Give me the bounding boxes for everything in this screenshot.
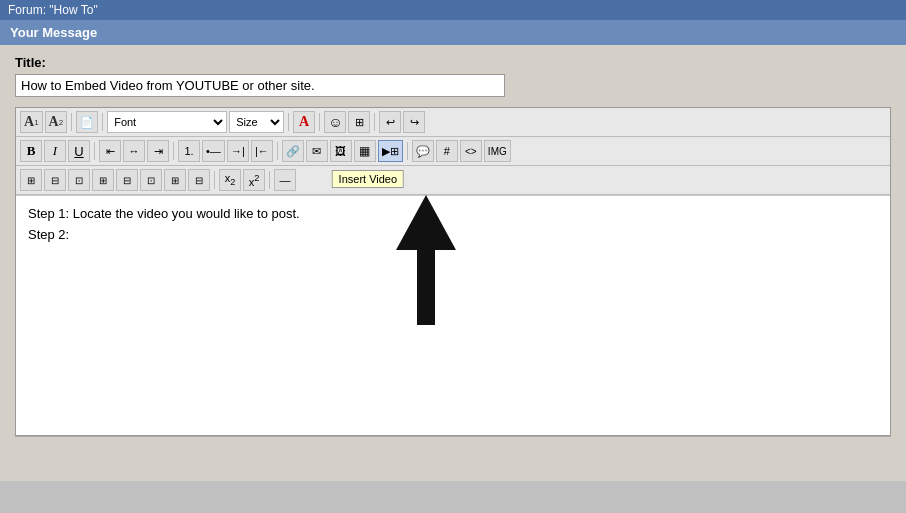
editor-container: A 1 A 2 📄 Font Arial Times New Roman Cou… bbox=[15, 107, 891, 436]
redo-btn[interactable]: ↪ bbox=[403, 111, 425, 133]
size-dropdown[interactable]: Size 8 10 12 14 16 18 bbox=[229, 111, 284, 133]
r3-btn6[interactable]: ⊡ bbox=[140, 169, 162, 191]
sep-2 bbox=[102, 113, 103, 131]
smiley-btn[interactable]: ☺ bbox=[324, 111, 346, 133]
unordered-list-btn[interactable]: •— bbox=[202, 140, 225, 162]
img3-btn[interactable]: IMG bbox=[484, 140, 511, 162]
align-center-btn[interactable]: ↔ bbox=[123, 140, 145, 162]
image-insert-btn[interactable]: 📄 bbox=[76, 111, 98, 133]
r3-btn5[interactable]: ⊟ bbox=[116, 169, 138, 191]
toolbar-row-1: A 1 A 2 📄 Font Arial Times New Roman Cou… bbox=[16, 108, 890, 137]
hash-btn[interactable]: # bbox=[436, 140, 458, 162]
email-btn[interactable]: ✉ bbox=[306, 140, 328, 162]
forum-bar: Forum: "How To" bbox=[0, 0, 906, 20]
forum-bar-text: Forum: "How To" bbox=[8, 3, 98, 17]
sep-7 bbox=[173, 142, 174, 160]
editor-content[interactable]: Step 1: Locate the video you would like … bbox=[16, 195, 890, 435]
r3-btn4[interactable]: ⊞ bbox=[92, 169, 114, 191]
sep-3 bbox=[288, 113, 289, 131]
sep-4 bbox=[319, 113, 320, 131]
editor-line-2: Step 2: bbox=[28, 227, 878, 242]
table-btn[interactable]: ▦ bbox=[354, 140, 376, 162]
r3-btn7[interactable]: ⊞ bbox=[164, 169, 186, 191]
sep-10 bbox=[214, 171, 215, 189]
underline-btn[interactable]: U bbox=[68, 140, 90, 162]
bold-btn[interactable]: B bbox=[20, 140, 42, 162]
insert-special-btn[interactable]: ⊞ bbox=[348, 111, 370, 133]
font-dropdown[interactable]: Font Arial Times New Roman Courier Verda… bbox=[107, 111, 227, 133]
clear-btn[interactable]: — bbox=[274, 169, 296, 191]
sep-5 bbox=[374, 113, 375, 131]
your-message-header: Your Message bbox=[0, 20, 906, 45]
r3-btn3[interactable]: ⊡ bbox=[68, 169, 90, 191]
editor-line-1: Step 1: Locate the video you would like … bbox=[28, 206, 878, 221]
code-btn[interactable]: <> bbox=[460, 140, 482, 162]
r3-btn1[interactable]: ⊞ bbox=[20, 169, 42, 191]
italic-btn[interactable]: I bbox=[44, 140, 66, 162]
format-a-btn[interactable]: A 1 bbox=[20, 111, 43, 133]
r3-btn2[interactable]: ⊟ bbox=[44, 169, 66, 191]
align-right-btn[interactable]: ⇥ bbox=[147, 140, 169, 162]
indent-btn[interactable]: →| bbox=[227, 140, 249, 162]
insert-video-container: ▶⊞ Insert Video bbox=[378, 140, 403, 162]
toolbar-row-2: B I U ⇤ ↔ ⇥ 1. •— bbox=[16, 137, 890, 166]
format-a2-btn[interactable]: A 2 bbox=[45, 111, 68, 133]
sep-1 bbox=[71, 113, 72, 131]
outdent-btn[interactable]: |← bbox=[251, 140, 273, 162]
ordered-list-btn[interactable]: 1. bbox=[178, 140, 200, 162]
sep-6 bbox=[94, 142, 95, 160]
image-btn2[interactable]: 🖼 bbox=[330, 140, 352, 162]
outer-container: Title: A 1 A 2 📄 Font Arial Times New Ro… bbox=[0, 45, 906, 481]
sep-8 bbox=[277, 142, 278, 160]
title-label: Title: bbox=[15, 55, 891, 70]
toolbar-row-3: ⊞ ⊟ ⊡ ⊞ ⊟ ⊡ ⊞ ⊟ x2 x2 — bbox=[16, 166, 890, 195]
sep-9 bbox=[407, 142, 408, 160]
font-color-btn[interactable]: A bbox=[293, 111, 315, 133]
title-input[interactable] bbox=[15, 74, 505, 97]
insert-video-btn[interactable]: ▶⊞ bbox=[378, 140, 403, 162]
align-left-btn[interactable]: ⇤ bbox=[99, 140, 121, 162]
r3-btn8[interactable]: ⊟ bbox=[188, 169, 210, 191]
undo-btn[interactable]: ↩ bbox=[379, 111, 401, 133]
editor-wrapper: Step 1: Locate the video you would like … bbox=[16, 195, 890, 435]
your-message-title: Your Message bbox=[10, 25, 97, 40]
superscript-btn[interactable]: x2 bbox=[243, 169, 265, 191]
bottom-bar bbox=[15, 436, 891, 466]
quote-btn[interactable]: 💬 bbox=[412, 140, 434, 162]
sep-11 bbox=[269, 171, 270, 189]
link-btn[interactable]: 🔗 bbox=[282, 140, 304, 162]
subscript-btn[interactable]: x2 bbox=[219, 169, 241, 191]
